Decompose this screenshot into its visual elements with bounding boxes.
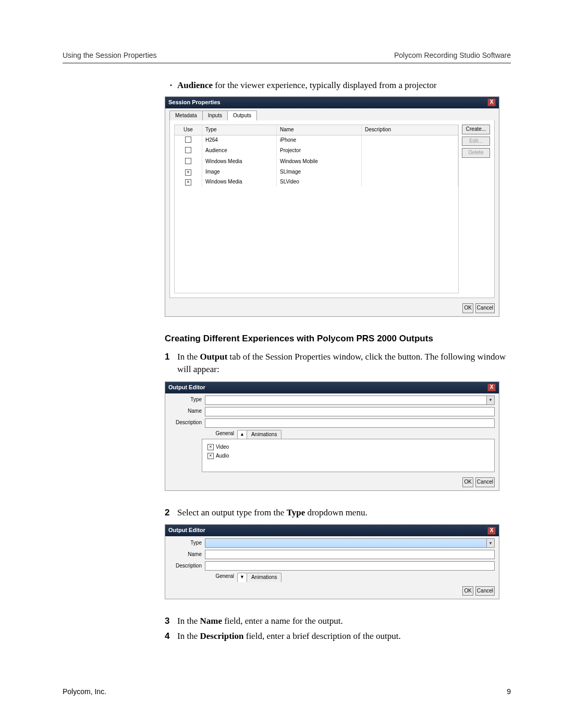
close-icon[interactable]: X: [487, 527, 496, 535]
table-row[interactable]: Windows MediaWindows Mobile: [175, 157, 458, 168]
step-4-number: 4: [165, 630, 177, 643]
video-checkbox[interactable]: ×: [207, 444, 214, 450]
ok-button[interactable]: OK: [462, 303, 473, 313]
step-1-number: 1: [165, 351, 177, 376]
step-2-bold: Type: [287, 508, 305, 517]
footer-right: 9: [507, 686, 511, 697]
collapse-toggle[interactable]: ▲: [237, 430, 247, 439]
step-4-post: field, enter a brief description of the …: [243, 631, 400, 641]
cell-type: H264: [202, 135, 277, 146]
col-use: Use: [175, 125, 202, 135]
step-2-post: dropdown menu.: [305, 508, 367, 517]
running-head-left: Using the Session Properties: [63, 50, 157, 60]
use-checkbox[interactable]: [185, 147, 191, 153]
cell-description: [362, 157, 458, 168]
type-select[interactable]: ▼: [205, 396, 495, 405]
type-select[interactable]: ▼: [205, 538, 495, 548]
bullet-text: Audience for the viewer experience, typi…: [177, 79, 437, 92]
cell-type: Windows Media: [202, 177, 277, 187]
step-4-bold: Description: [200, 631, 243, 641]
audio-checkbox[interactable]: ×: [207, 453, 214, 459]
cell-description: [362, 167, 458, 177]
description-field[interactable]: [205, 418, 495, 428]
name-field[interactable]: [205, 407, 495, 416]
step-3-pre: In the: [177, 616, 200, 626]
cancel-button[interactable]: Cancel: [475, 586, 495, 596]
outputs-table: Use Type Name Description H264iPhoneAudi…: [174, 125, 459, 293]
output-editor-window-1: Output Editor X Type ▼ Name Description: [165, 381, 499, 491]
cell-description: [362, 135, 458, 146]
cell-name: Windows Mobile: [277, 157, 362, 168]
tab-metadata[interactable]: Metadata: [169, 110, 203, 121]
use-checkbox[interactable]: ×: [185, 179, 191, 186]
name-label: Name: [169, 551, 205, 559]
cell-type: Image: [202, 167, 277, 177]
cell-name: Projector: [277, 146, 362, 157]
chevron-down-icon[interactable]: ▼: [486, 538, 495, 548]
close-icon[interactable]: X: [487, 384, 496, 391]
audio-label: Audio: [216, 452, 229, 460]
description-field[interactable]: [205, 561, 495, 571]
step-2-number: 2: [165, 507, 177, 520]
type-label: Type: [169, 539, 205, 547]
cancel-button[interactable]: Cancel: [475, 303, 495, 313]
cancel-button[interactable]: Cancel: [475, 477, 495, 487]
step-4-text: In the Description field, enter a brief …: [177, 630, 401, 643]
running-head: Using the Session Properties Polycom Rec…: [63, 50, 511, 60]
use-checkbox[interactable]: [185, 158, 191, 164]
step-3-post: field, enter a name for the output.: [222, 616, 343, 626]
bullet-icon: •: [165, 79, 177, 92]
ok-button[interactable]: OK: [462, 477, 473, 487]
step-3-bold: Name: [200, 616, 222, 626]
step-3-number: 3: [165, 615, 177, 628]
name-field[interactable]: [205, 550, 495, 559]
table-row[interactable]: ×Windows MediaSLVideo: [175, 177, 458, 187]
col-type: Type: [202, 125, 277, 135]
type-label: Type: [169, 396, 205, 404]
output-editor-window-2: Output Editor X Type ▼ Name Description: [165, 524, 499, 599]
page-footer: Polycom, Inc. 9: [63, 686, 511, 697]
step-3-text: In the Name field, enter a name for the …: [177, 615, 343, 628]
step-1-pre: In the: [177, 352, 200, 362]
step-1-text: In the Output tab of the Session Propert…: [177, 351, 511, 376]
general-label: General: [202, 430, 237, 439]
collapse-toggle[interactable]: ▼: [237, 573, 247, 582]
description-label: Description: [169, 562, 205, 570]
create-button[interactable]: Create...: [462, 125, 490, 134]
video-label: Video: [216, 443, 229, 451]
cell-type: Audience: [202, 146, 277, 157]
delete-button[interactable]: Delete: [462, 148, 490, 158]
name-label: Name: [169, 408, 205, 415]
subheading: Creating Different Experiences with Poly…: [165, 332, 511, 346]
bullet-bold: Audience: [177, 80, 213, 90]
general-panel: ×Video ×Audio: [202, 439, 495, 472]
chevron-down-icon[interactable]: ▼: [486, 396, 495, 405]
step-2-text: Select an output type from the Type drop…: [177, 507, 368, 520]
cell-description: [362, 146, 458, 157]
cell-name: SLVideo: [277, 177, 362, 187]
use-checkbox[interactable]: [185, 137, 191, 143]
close-icon[interactable]: X: [487, 98, 496, 106]
footer-left: Polycom, Inc.: [63, 686, 106, 697]
cell-type: Windows Media: [202, 157, 277, 168]
general-label: General: [202, 573, 237, 582]
cell-description: [362, 177, 458, 187]
running-head-right: Polycom Recording Studio Software: [394, 50, 511, 60]
tab-animations[interactable]: Animations: [247, 573, 282, 582]
table-row[interactable]: H264iPhone: [175, 135, 458, 146]
ok-button[interactable]: OK: [462, 586, 473, 596]
table-row[interactable]: ×ImageSLImage: [175, 167, 458, 177]
col-name: Name: [277, 125, 362, 135]
session-properties-window: Session Properties X Metadata Inputs Out…: [165, 96, 499, 317]
edit-button[interactable]: Edit...: [462, 137, 490, 146]
cell-name: iPhone: [277, 135, 362, 146]
output-editor-title-1: Output Editor: [168, 384, 205, 392]
tab-animations[interactable]: Animations: [247, 430, 282, 439]
step-2-pre: Select an output type from the: [177, 508, 287, 517]
divider: [63, 63, 511, 64]
table-row[interactable]: AudienceProjector: [175, 146, 458, 157]
tab-outputs[interactable]: Outputs: [227, 110, 257, 121]
tab-inputs[interactable]: Inputs: [202, 110, 228, 121]
session-properties-title: Session Properties: [168, 98, 221, 107]
use-checkbox[interactable]: ×: [185, 169, 191, 176]
